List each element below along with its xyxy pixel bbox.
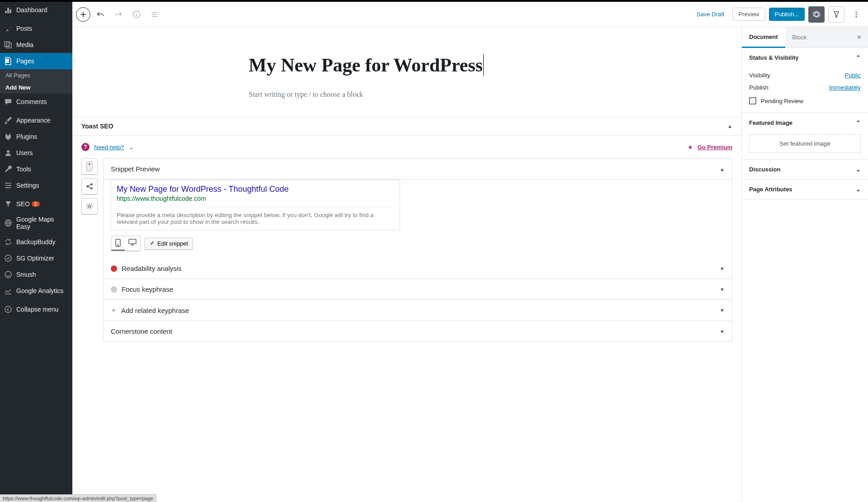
- chevron-up-icon: ⌃: [856, 119, 861, 126]
- sidebar-sub-add-new[interactable]: Add New: [0, 81, 72, 94]
- svg-point-11: [856, 14, 857, 15]
- svg-point-0: [8, 45, 9, 47]
- sidebar-item-sgoptimizer[interactable]: SG Optimizer: [0, 250, 72, 266]
- visibility-value-link[interactable]: Public: [845, 72, 861, 79]
- svg-point-18: [90, 183, 93, 185]
- discussion-toggle[interactable]: Discussion ⌄: [742, 160, 868, 179]
- sidebar-label: Smush: [16, 271, 36, 278]
- sidebar-label: Google Maps Easy: [16, 216, 69, 230]
- yoast-metabox: Yoast SEO ▲ ? Need help? ⌄ ★: [72, 117, 741, 349]
- user-icon: [4, 148, 13, 157]
- yoast-tab-traffic-light[interactable]: [81, 158, 98, 175]
- sidebar-item-pages[interactable]: Pages: [0, 53, 72, 69]
- sidebar-item-googlemaps[interactable]: Google Maps Easy: [0, 212, 72, 234]
- publish-label: Publish: [749, 84, 769, 91]
- svg-point-15: [89, 166, 90, 167]
- sidebar-label: Plugins: [16, 133, 37, 140]
- snippet-preview-label: Snippet Preview: [111, 165, 160, 173]
- settings-toggle-button[interactable]: [808, 6, 825, 23]
- wrench-icon: [4, 165, 13, 174]
- dashboard-icon: [4, 5, 13, 14]
- focus-keyphrase-section[interactable]: Focus keyphrase ▼: [104, 279, 732, 300]
- yoast-toggle-button[interactable]: [828, 6, 844, 23]
- sidebar-item-dashboard[interactable]: Dashboard: [0, 2, 72, 18]
- sidebar-label: Tools: [16, 166, 31, 173]
- caret-up-icon: ▲: [720, 166, 725, 172]
- featured-image-toggle[interactable]: Featured Image ⌃: [742, 113, 868, 133]
- svg-point-4: [7, 187, 9, 189]
- sidebar-item-collapse[interactable]: Collapse menu: [0, 301, 72, 317]
- pages-icon: [4, 57, 13, 66]
- yoast-tab-settings[interactable]: [81, 198, 98, 214]
- sidebar-item-tools[interactable]: Tools: [0, 161, 72, 177]
- publish-value-link[interactable]: Immediately: [829, 84, 861, 91]
- svg-point-22: [118, 245, 118, 246]
- tab-document[interactable]: Document: [742, 27, 785, 48]
- add-related-label: Add related keyphrase: [121, 307, 189, 314]
- pending-review-checkbox[interactable]: [749, 97, 756, 104]
- yoast-tab-share[interactable]: [81, 178, 98, 194]
- sidebar-item-comments[interactable]: Comments: [0, 94, 72, 110]
- sidebar-item-analytics[interactable]: Google Analytics: [0, 283, 72, 299]
- sidebar-item-users[interactable]: Users: [0, 145, 72, 161]
- brush-icon: [4, 116, 13, 125]
- sidebar-item-plugins[interactable]: Plugins: [0, 128, 72, 145]
- status-visibility-toggle[interactable]: Status & Visibility ⌃: [742, 48, 868, 67]
- add-block-button[interactable]: [76, 7, 90, 22]
- pin-icon: [4, 24, 13, 33]
- refresh-icon: [4, 237, 13, 246]
- svg-point-17: [86, 185, 89, 188]
- readability-section[interactable]: Readability analysis ▼: [104, 258, 732, 279]
- desktop-preview-toggle[interactable]: [125, 236, 140, 251]
- block-placeholder[interactable]: Start writing or type / to choose a bloc…: [249, 90, 565, 99]
- preview-button[interactable]: Preview: [732, 8, 765, 21]
- page-attributes-toggle[interactable]: Page Attributes ⌄: [742, 180, 868, 199]
- yoast-icon: [4, 199, 13, 208]
- sidebar-item-appearance[interactable]: Appearance: [0, 112, 72, 128]
- sidebar-label: Settings: [16, 182, 39, 189]
- more-options-button[interactable]: [848, 6, 864, 23]
- info-button[interactable]: [128, 6, 145, 23]
- chart-icon: [4, 286, 13, 295]
- device-toggle: [111, 236, 141, 251]
- snippet-preview-header[interactable]: Snippet Preview ▲: [104, 159, 732, 180]
- sidebar-item-settings[interactable]: Settings: [0, 177, 72, 194]
- page-title-input[interactable]: My New Page for WordPress: [249, 54, 484, 76]
- sidebar-item-seo[interactable]: SEO 2: [0, 196, 72, 212]
- plus-icon: ＋: [111, 306, 117, 314]
- edit-snippet-button[interactable]: Edit snippet: [144, 237, 193, 250]
- sidebar-label: Google Analytics: [16, 287, 63, 294]
- outline-button[interactable]: [146, 6, 163, 23]
- svg-point-1: [7, 150, 9, 153]
- chevron-down-icon: ⌄: [856, 166, 861, 173]
- sidebar-item-posts[interactable]: Posts: [0, 20, 72, 37]
- set-featured-image-button[interactable]: Set featured image: [749, 134, 861, 153]
- svg-point-19: [90, 187, 93, 189]
- tab-block[interactable]: Block: [785, 28, 814, 47]
- svg-point-16: [89, 168, 90, 170]
- sidebar-label: Dashboard: [16, 6, 47, 14]
- need-help-link[interactable]: Need help?: [94, 144, 124, 151]
- sidebar-item-media[interactable]: Media: [0, 37, 72, 53]
- yoast-metabox-toggle[interactable]: Yoast SEO ▲: [72, 117, 741, 135]
- cornerstone-section[interactable]: Cornerstone content ▼: [104, 321, 732, 341]
- svg-rect-23: [129, 239, 136, 244]
- settings-panel: Document Block ✕ Status & Visibility ⌃ V…: [741, 27, 868, 502]
- sidebar-item-smush[interactable]: Smush: [0, 266, 72, 283]
- publish-button[interactable]: Publish...: [769, 8, 805, 21]
- sidebar-sub-all-pages[interactable]: All Pages: [0, 69, 72, 81]
- caret-down-icon: ▼: [720, 329, 725, 334]
- snippet-description: Please provide a meta description by edi…: [117, 207, 394, 225]
- yoast-title: Yoast SEO: [81, 123, 113, 130]
- svg-point-3: [9, 185, 10, 186]
- go-premium-link[interactable]: Go Premium: [698, 144, 732, 151]
- redo-button[interactable]: [110, 6, 127, 23]
- cornerstone-label: Cornerstone content: [111, 327, 172, 335]
- sidebar-item-backupbuddy[interactable]: BackupBuddy: [0, 234, 72, 250]
- undo-button[interactable]: [92, 6, 108, 23]
- save-draft-button[interactable]: Save Draft: [692, 8, 729, 20]
- mobile-preview-toggle[interactable]: [111, 236, 125, 251]
- sidebar-label: Collapse menu: [16, 306, 58, 313]
- close-panel-button[interactable]: ✕: [850, 29, 868, 45]
- add-related-section[interactable]: ＋ Add related keyphrase ▼: [104, 300, 732, 321]
